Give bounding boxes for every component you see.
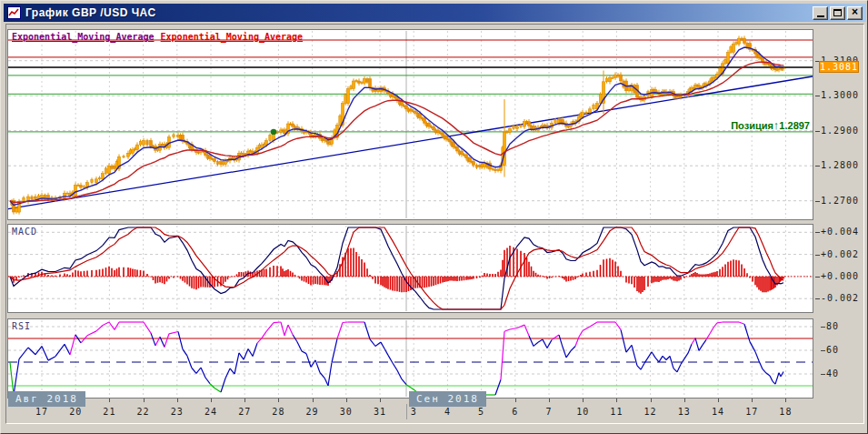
maximize-icon <box>833 9 842 16</box>
position-label: Позиция↑1.2897 <box>628 118 810 132</box>
close-button[interactable]: × <box>847 6 863 20</box>
minimize-icon <box>817 15 824 17</box>
date-axis-tick <box>718 399 719 402</box>
date-axis-label: 29 <box>302 407 324 418</box>
date-axis-tick <box>651 399 652 402</box>
date-axis-label: 17 <box>31 407 53 418</box>
date-axis-label: 24 <box>200 407 222 418</box>
date-axis-label: 6 <box>504 407 526 418</box>
price-axis-label: 1.2900 <box>821 126 859 136</box>
date-axis-label: 4 <box>436 407 458 418</box>
date-axis-label: 20 <box>65 407 86 418</box>
date-axis-label: 17 <box>741 407 763 418</box>
date-axis-label: 11 <box>605 407 627 418</box>
price-axis-label: 1.3000 <box>821 90 859 101</box>
date-axis-tick <box>313 399 314 402</box>
chart-window: График GBP /USD ЧАС × Exponential_Moving… <box>0 0 868 434</box>
date-axis-tick <box>515 399 516 402</box>
title-bar[interactable]: График GBP /USD ЧАС × <box>4 4 866 22</box>
price-axis-label: 1.2800 <box>821 160 859 171</box>
date-axis-tick <box>346 399 347 402</box>
date-axis-label: 27 <box>234 407 255 418</box>
date-axis-label: 12 <box>640 407 662 418</box>
rsi-axis-label: 60 <box>826 345 839 356</box>
rsi-panel[interactable]: RSI <box>7 318 813 399</box>
macd-axis-label: +0.004 <box>821 227 859 237</box>
date-axis-label: 14 <box>707 407 729 418</box>
date-axis-tick <box>549 399 550 402</box>
date-axis-label: 28 <box>267 407 289 418</box>
date-axis-label: 5 <box>471 407 493 418</box>
position-text: Позиция <box>731 120 773 131</box>
date-axis-tick <box>177 399 178 402</box>
month-badge-sep: Сен 2018 <box>409 391 486 407</box>
rsi-axis-label: 80 <box>826 321 839 332</box>
date-axis-tick <box>684 399 685 402</box>
date-axis-tick <box>583 399 584 402</box>
date-axis-tick <box>616 399 617 402</box>
date-axis-label: 23 <box>166 407 188 418</box>
current-price-badge: 1.3081 <box>819 61 859 73</box>
date-axis-tick <box>244 399 245 402</box>
month-badge-aug: Авг 2018 <box>8 391 85 407</box>
rsi-axis-label: 40 <box>826 368 839 379</box>
window-title: График GBP /USD ЧАС <box>25 6 156 19</box>
date-axis-tick <box>211 399 212 402</box>
date-axis-label: 18 <box>774 407 796 418</box>
macd-axis-label: +0.002 <box>821 249 859 260</box>
date-axis-tick <box>278 399 279 402</box>
date-axis-tick <box>752 399 753 402</box>
date-axis-tick <box>785 399 786 402</box>
close-icon: × <box>852 6 858 17</box>
date-axis-tick <box>109 399 110 402</box>
date-axis-tick <box>380 399 381 402</box>
date-axis-label: 31 <box>369 407 391 418</box>
macd-axis-label: +0.000 <box>821 271 859 282</box>
maximize-button[interactable] <box>830 6 845 20</box>
date-axis-tick <box>144 399 145 402</box>
date-axis-label: 30 <box>335 407 357 418</box>
macd-axis-label: -0.002 <box>821 293 859 304</box>
price-axis-label: 1.2700 <box>821 196 859 207</box>
date-axis-label: 22 <box>133 407 155 418</box>
chart-icon <box>7 6 21 19</box>
position-value: 1.2897 <box>779 120 810 131</box>
date-axis-label: 13 <box>673 407 695 418</box>
date-axis-label: 21 <box>98 407 120 418</box>
date-axis-label: 3 <box>403 407 424 418</box>
date-axis-label: 10 <box>572 407 594 418</box>
minimize-button[interactable] <box>813 6 828 20</box>
date-axis-label: 7 <box>538 407 560 418</box>
macd-panel[interactable]: MACD <box>7 224 813 313</box>
